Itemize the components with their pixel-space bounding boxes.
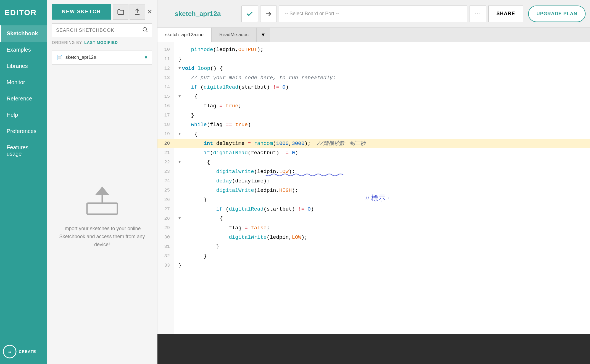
app-title: EDITOR	[0, 0, 47, 23]
verify-button[interactable]	[241, 6, 258, 22]
line-num-10: 10	[157, 45, 174, 54]
code-token	[178, 120, 191, 129]
sketch-list: 📄 sketch_apr12a ♥	[47, 48, 157, 68]
sidebar-item-monitor[interactable]: Monitor	[0, 74, 47, 91]
board-port-select[interactable]: -- Select Board or Port --	[279, 6, 467, 22]
code-token: int	[204, 139, 213, 148]
board-port-label: -- Select Board or Port --	[285, 11, 339, 17]
sketch-name: sketch_apr12a	[65, 55, 96, 60]
line-num-24: 24	[157, 176, 174, 186]
share-button[interactable]: SHARE	[488, 6, 523, 22]
code-token	[178, 148, 204, 158]
code-token: if	[216, 204, 223, 214]
ordering-value[interactable]: LAST MODIFIED	[84, 40, 118, 45]
code-token: }	[178, 195, 207, 204]
code-token: if	[204, 148, 210, 158]
search-input[interactable]	[56, 28, 139, 33]
code-token: =	[248, 139, 251, 148]
close-panel-button[interactable]: ✕	[147, 8, 152, 15]
new-sketch-button[interactable]: NEW SKETCH	[52, 4, 111, 20]
code-token: //隨機秒數一到三秒	[317, 139, 365, 148]
sidebar-item-features[interactable]: Features usage	[0, 139, 47, 162]
code-token: HIGH	[279, 186, 292, 195]
import-area: Import your sketches to your online Sket…	[47, 68, 157, 364]
line-num-29: 29	[157, 223, 174, 233]
fold-arrow-19[interactable]: ▼	[178, 131, 181, 137]
fold-arrow-22[interactable]: ▼	[178, 159, 181, 166]
more-options-button[interactable]: ···	[470, 6, 486, 22]
code-line-19: ▼ {	[174, 129, 590, 139]
line-num-30: 30	[157, 233, 174, 242]
editor-toolbar: sketch_apr12a -- Select Board or Port --…	[157, 0, 590, 28]
upload-button[interactable]	[130, 4, 145, 20]
code-token: );	[301, 233, 308, 242]
code-token: (	[273, 139, 276, 148]
line-num-33: 33	[157, 261, 174, 270]
upload-icon	[133, 8, 141, 16]
code-token: true	[235, 120, 248, 129]
code-line-11: }	[174, 54, 590, 64]
open-file-button[interactable]	[113, 4, 128, 20]
code-line-25: digitalWrite(ledpin,HIGH);	[174, 186, 590, 195]
code-content[interactable]: pinMode(ledpin,OUTPUT); } ▼void loop() {…	[174, 42, 590, 334]
folder-icon	[117, 8, 125, 16]
fold-arrow-12[interactable]: ▼	[178, 65, 181, 72]
sidebar-item-sketchbook[interactable]: Sketchbook	[0, 25, 47, 42]
code-token: )	[311, 204, 314, 214]
code-token: digitalRead	[204, 83, 238, 92]
code-token: // put your main code here, to run repea…	[178, 73, 336, 83]
code-token: {	[182, 158, 210, 167]
code-editor[interactable]: 10 11 12 13 14 15 16 17 18 19 20 21 22 2…	[157, 42, 590, 334]
upload-large-icon	[84, 184, 120, 217]
code-token: (flag	[207, 120, 226, 129]
line-num-15: 15	[157, 92, 174, 101]
code-token: flag	[178, 223, 244, 233]
code-token: 3000	[292, 139, 305, 148]
code-token	[232, 120, 235, 129]
sidebar: EDITOR Sketchbook Examples Libraries Mon…	[0, 0, 47, 364]
code-token: digitalWrite	[216, 186, 254, 195]
tab-dropdown-button[interactable]: ▼	[257, 28, 270, 42]
tab-readme[interactable]: ReadMe.adoc	[212, 28, 257, 42]
panel-header-bar: NEW SKETCH ✕	[47, 0, 157, 23]
code-token: (ledpin,	[267, 233, 292, 242]
fold-arrow-28[interactable]: ▼	[178, 215, 181, 222]
sidebar-item-reference[interactable]: Reference	[0, 91, 47, 107]
code-line-24: delay(delaytime);	[174, 176, 590, 186]
code-token: (reactbut)	[248, 148, 282, 158]
create-label: CREATE	[19, 349, 36, 354]
code-token: (startbut)	[264, 204, 298, 214]
check-icon	[246, 10, 254, 18]
ordering-row: ORDERING BY LAST MODIFIED	[47, 37, 157, 48]
search-button[interactable]	[142, 26, 148, 34]
fold-arrow-15[interactable]: ▼	[178, 93, 181, 100]
svg-point-2	[143, 28, 147, 31]
line-num-26: 26	[157, 195, 174, 204]
code-token: digitalWrite	[216, 167, 254, 176]
code-token: {	[182, 129, 197, 139]
code-line-20: int delaytime = random(1000,3000); //隨機秒…	[174, 139, 590, 148]
code-token: !=	[298, 204, 304, 214]
code-token: }	[178, 54, 181, 64]
code-token: (	[197, 83, 204, 92]
code-token: {	[182, 92, 197, 101]
sidebar-item-preferences[interactable]: Preferences	[0, 123, 47, 139]
tab-sketch-ino[interactable]: sketch_apr12a.ino	[157, 28, 212, 42]
favorite-icon[interactable]: ♥	[144, 55, 148, 60]
line-num-31: 31	[157, 242, 174, 251]
svg-rect-3	[87, 203, 117, 214]
sidebar-item-help[interactable]: Help	[0, 107, 47, 123]
code-line-27: if (digitalRead(startbut) != 0)	[174, 204, 590, 214]
code-token: }	[178, 261, 181, 270]
upload-code-button[interactable]	[260, 6, 277, 22]
code-token: ;	[267, 223, 270, 233]
search-icon	[142, 26, 148, 33]
code-token: void	[182, 64, 194, 73]
code-line-17: }	[174, 111, 590, 120]
list-item[interactable]: 📄 sketch_apr12a ♥	[52, 50, 152, 65]
sidebar-item-libraries[interactable]: Libraries	[0, 58, 47, 74]
code-token: if	[191, 83, 197, 92]
sidebar-item-examples[interactable]: Examples	[0, 42, 47, 58]
upgrade-plan-button[interactable]: UPGRADE PLAN	[528, 6, 586, 22]
code-token: }	[178, 111, 194, 120]
